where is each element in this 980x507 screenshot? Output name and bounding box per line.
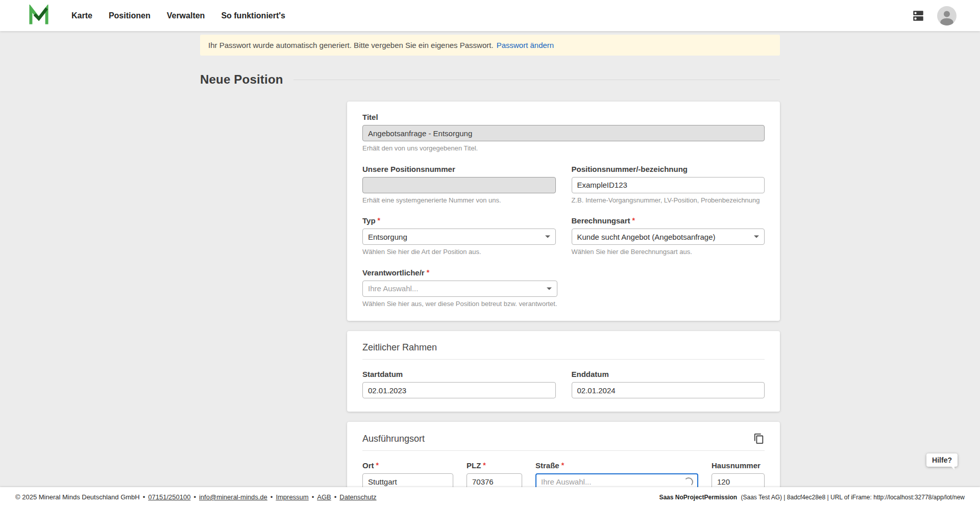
separator-dot: • bbox=[312, 493, 314, 501]
footer-link-email[interactable]: info@mineral-minds.de bbox=[199, 493, 267, 501]
titel-helper: Erhält den von uns vorgegebenen Titel. bbox=[362, 144, 765, 153]
required-asterisk: * bbox=[427, 268, 429, 276]
plz-input[interactable] bbox=[467, 473, 522, 487]
navbar-actions bbox=[911, 6, 965, 26]
required-asterisk: * bbox=[376, 461, 379, 469]
berechnungsart-field: Berechnungsart* Kunde sucht Angebot (Ang… bbox=[572, 216, 765, 256]
typ-field: Typ* Entsorgung Wählen Sie hier die Art … bbox=[362, 216, 556, 256]
positionsnummer-label: Positionsnummer/-bezeichnung bbox=[572, 165, 765, 173]
verantwortliche-helper: Wählen Sie hier aus, wer diese Position … bbox=[362, 300, 557, 308]
zeitlicher-rahmen-card: Zeitlicher Rahmen Startdatum Enddatum bbox=[347, 331, 780, 412]
titel-field: Titel Erhält den von uns vorgegebenen Ti… bbox=[362, 113, 765, 153]
separator-dot: • bbox=[193, 493, 196, 501]
enddatum-label: Enddatum bbox=[572, 370, 765, 378]
ort-label: Ort* bbox=[362, 461, 453, 470]
title-divider bbox=[293, 80, 780, 80]
typ-label: Typ* bbox=[362, 216, 556, 225]
unsere-positionsnummer-helper: Erhält eine systemgenerierte Nummer von … bbox=[362, 196, 556, 205]
required-asterisk: * bbox=[561, 461, 564, 469]
footer: © 2025 Mineral Minds Deutschland GmbH • … bbox=[0, 487, 980, 507]
chevron-down-icon bbox=[754, 236, 759, 238]
separator-dot: • bbox=[143, 493, 145, 501]
titel-input bbox=[362, 125, 765, 141]
main-content: Ihr Passwort wurde automatisch generiert… bbox=[0, 31, 980, 487]
strasse-label: Straße* bbox=[535, 461, 698, 470]
ausfuehrungsort-heading: Ausführungsort bbox=[362, 434, 425, 444]
copyright-text: © 2025 Mineral Minds Deutschland GmbH bbox=[15, 493, 140, 501]
user-avatar-icon[interactable] bbox=[937, 6, 957, 26]
change-password-link[interactable]: Passwort ändern bbox=[497, 41, 554, 49]
chevron-down-icon bbox=[547, 287, 552, 290]
nav-item-karte[interactable]: Karte bbox=[71, 11, 92, 20]
mineral-minds-logo-icon[interactable] bbox=[28, 5, 50, 27]
required-asterisk: * bbox=[378, 216, 380, 224]
top-navbar: Karte Positionen Verwalten So funktionie… bbox=[0, 0, 980, 31]
unsere-positionsnummer-label: Unsere Positionsnummer bbox=[362, 165, 556, 173]
strasse-input[interactable] bbox=[535, 473, 698, 487]
required-asterisk: * bbox=[483, 461, 485, 469]
typ-helper: Wählen Sie hier die Art der Position aus… bbox=[362, 248, 556, 256]
footer-link-agb[interactable]: AGB bbox=[317, 493, 331, 501]
startdatum-field: Startdatum bbox=[362, 370, 556, 398]
page-title-row: Neue Position bbox=[200, 72, 780, 87]
verantwortliche-select[interactable]: Ihre Auswahl... bbox=[362, 281, 557, 297]
hausnummer-input[interactable] bbox=[712, 473, 765, 487]
nav-item-positionen[interactable]: Positionen bbox=[109, 11, 151, 20]
berechnungsart-label: Berechnungsart* bbox=[572, 216, 765, 225]
nav-item-verwalten[interactable]: Verwalten bbox=[167, 11, 205, 20]
startdatum-input[interactable] bbox=[362, 382, 556, 398]
banner-text: Ihr Passwort wurde automatisch generiert… bbox=[208, 41, 494, 49]
berechnungsart-helper: Wählen Sie hier die Berechnungsart aus. bbox=[572, 248, 765, 256]
footer-debug-info: Saas NoProjectPermission (Saas Test AG) … bbox=[659, 494, 965, 501]
separator-dot: • bbox=[271, 493, 273, 501]
unsere-positionsnummer-field: Unsere Positionsnummer Erhält eine syste… bbox=[362, 165, 556, 205]
berechnungsart-select[interactable]: Kunde sucht Angebot (Angebotsanfrage) bbox=[572, 229, 765, 245]
position-details-card: Titel Erhält den von uns vorgegebenen Ti… bbox=[347, 102, 780, 321]
plz-label: PLZ* bbox=[467, 461, 522, 470]
plz-field: PLZ* bbox=[467, 461, 522, 487]
enddatum-field: Enddatum bbox=[572, 370, 765, 398]
password-warning-banner: Ihr Passwort wurde automatisch generiert… bbox=[200, 35, 780, 56]
positionsnummer-helper: Z.B. Interne-Vorgangsnummer, LV-Position… bbox=[572, 196, 765, 205]
positionsnummer-field: Positionsnummer/-bezeichnung Z.B. Intern… bbox=[572, 165, 765, 205]
footer-link-datenschutz[interactable]: Datenschutz bbox=[339, 493, 376, 501]
ort-field: Ort* bbox=[362, 461, 453, 487]
chevron-down-icon bbox=[545, 236, 550, 238]
hausnummer-label: Hausnummer bbox=[712, 461, 765, 470]
zeitraum-heading: Zeitlicher Rahmen bbox=[362, 342, 437, 353]
footer-left: © 2025 Mineral Minds Deutschland GmbH • … bbox=[15, 493, 377, 501]
enddatum-input[interactable] bbox=[572, 382, 765, 398]
server-icon[interactable] bbox=[911, 9, 926, 22]
footer-link-phone[interactable]: 07151/250100 bbox=[148, 493, 190, 501]
startdatum-label: Startdatum bbox=[362, 370, 556, 378]
hausnummer-field: Hausnummer bbox=[712, 461, 765, 487]
verantwortliche-field: Verantwortliche/r* Ihre Auswahl... Wähle… bbox=[362, 268, 557, 308]
copy-icon[interactable] bbox=[753, 433, 765, 444]
strasse-field: Straße* bbox=[535, 461, 698, 487]
separator-dot: • bbox=[334, 493, 337, 501]
verantwortliche-label: Verantwortliche/r* bbox=[362, 268, 557, 277]
saas-permission-text: Saas NoProjectPermission bbox=[659, 494, 737, 501]
saas-detail-text: (Saas Test AG) | 8adcf4ec28e8 | URL of i… bbox=[741, 494, 965, 501]
footer-link-impressum[interactable]: Impressum bbox=[276, 493, 308, 501]
titel-label: Titel bbox=[362, 113, 765, 121]
help-button[interactable]: Hilfe? bbox=[926, 453, 958, 467]
page-title: Neue Position bbox=[200, 72, 283, 87]
zeitraum-card-head: Zeitlicher Rahmen bbox=[362, 342, 765, 360]
main-nav: Karte Positionen Verwalten So funktionie… bbox=[71, 11, 285, 20]
form-column: Titel Erhält den von uns vorgegebenen Ti… bbox=[347, 102, 780, 487]
ausfuehrungsort-card: Ausführungsort Ort* bbox=[347, 422, 780, 487]
nav-item-so-funktionierts[interactable]: So funktioniert's bbox=[221, 11, 285, 20]
ort-card-head: Ausführungsort bbox=[362, 433, 765, 451]
required-asterisk: * bbox=[632, 216, 635, 224]
typ-select[interactable]: Entsorgung bbox=[362, 229, 556, 245]
unsere-positionsnummer-input bbox=[362, 177, 556, 193]
positionsnummer-input[interactable] bbox=[572, 177, 765, 193]
ort-input[interactable] bbox=[362, 473, 453, 487]
